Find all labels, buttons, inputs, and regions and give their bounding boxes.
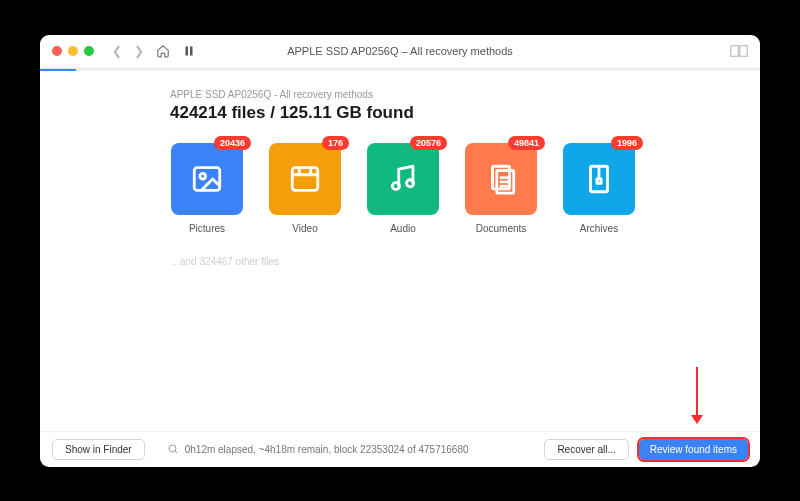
minimize-button[interactable]: [68, 46, 78, 56]
home-icon[interactable]: [156, 44, 170, 58]
close-button[interactable]: [52, 46, 62, 56]
scan-status-text: 0h12m elapsed, ~4h18m remain, block 2235…: [185, 444, 469, 455]
traffic-lights: [52, 46, 94, 56]
svg-point-5: [200, 173, 206, 179]
category-count-badge: 1996: [611, 136, 643, 150]
category-count-badge: 20576: [410, 136, 447, 150]
svg-point-8: [407, 179, 414, 186]
scan-status: 0h12m elapsed, ~4h18m remain, block 2235…: [167, 443, 469, 455]
category-count-badge: 176: [322, 136, 349, 150]
category-card-video[interactable]: 176 Video: [268, 143, 342, 234]
svg-rect-0: [186, 47, 189, 56]
scan-status-icon: [167, 443, 179, 455]
archive-icon: [582, 162, 616, 196]
footer: Show in Finder 0h12m elapsed, ~4h18m rem…: [40, 431, 760, 467]
svg-point-13: [169, 445, 176, 452]
svg-rect-2: [731, 46, 739, 57]
view-toggle-icon[interactable]: [730, 45, 748, 57]
svg-rect-12: [597, 179, 601, 183]
category-count-badge: 20436: [214, 136, 251, 150]
category-label: Audio: [390, 223, 416, 234]
titlebar: ❮ ❯ APPLE SSD AP0256Q – All recovery met…: [40, 35, 760, 69]
scan-headline: 424214 files / 125.11 GB found: [170, 103, 760, 123]
review-found-items-label: Review found items: [650, 444, 737, 455]
show-in-finder-button[interactable]: Show in Finder: [52, 439, 145, 460]
category-card-documents[interactable]: 49841 Documents: [464, 143, 538, 234]
maximize-button[interactable]: [84, 46, 94, 56]
app-window: ❮ ❯ APPLE SSD AP0256Q – All recovery met…: [40, 35, 760, 467]
pause-icon[interactable]: [182, 44, 196, 58]
category-tile: 20436: [171, 143, 243, 215]
image-icon: [190, 162, 224, 196]
audio-icon: [386, 162, 420, 196]
category-tile: 49841: [465, 143, 537, 215]
svg-rect-6: [292, 167, 318, 190]
svg-rect-1: [190, 47, 193, 56]
svg-point-7: [392, 182, 399, 189]
back-button[interactable]: ❮: [112, 44, 122, 58]
category-card-audio[interactable]: 20576 Audio: [366, 143, 440, 234]
category-label: Documents: [476, 223, 527, 234]
svg-rect-4: [194, 167, 220, 190]
category-card-archives[interactable]: 1996 Archives: [562, 143, 636, 234]
category-tile: 20576: [367, 143, 439, 215]
video-icon: [288, 162, 322, 196]
forward-button[interactable]: ❯: [134, 44, 144, 58]
category-label: Archives: [580, 223, 618, 234]
main-content: APPLE SSD AP0256Q - All recovery methods…: [40, 71, 760, 431]
toolbar-nav: ❮ ❯: [112, 44, 196, 58]
category-tile: 176: [269, 143, 341, 215]
category-label: Pictures: [189, 223, 225, 234]
svg-rect-3: [740, 46, 748, 57]
category-card-pictures[interactable]: 20436 Pictures: [170, 143, 244, 234]
category-count-badge: 49841: [508, 136, 545, 150]
review-found-items-button[interactable]: Review found items: [639, 439, 748, 460]
recover-all-button[interactable]: Recover all...: [544, 439, 628, 460]
other-files-text: …and 324467 other files: [170, 256, 760, 267]
category-cards: 20436 Pictures 176 Video 20576 Audio 498…: [170, 143, 760, 234]
category-tile: 1996: [563, 143, 635, 215]
scan-subhead: APPLE SSD AP0256Q - All recovery methods: [170, 89, 760, 100]
category-label: Video: [292, 223, 317, 234]
document-icon: [484, 162, 518, 196]
